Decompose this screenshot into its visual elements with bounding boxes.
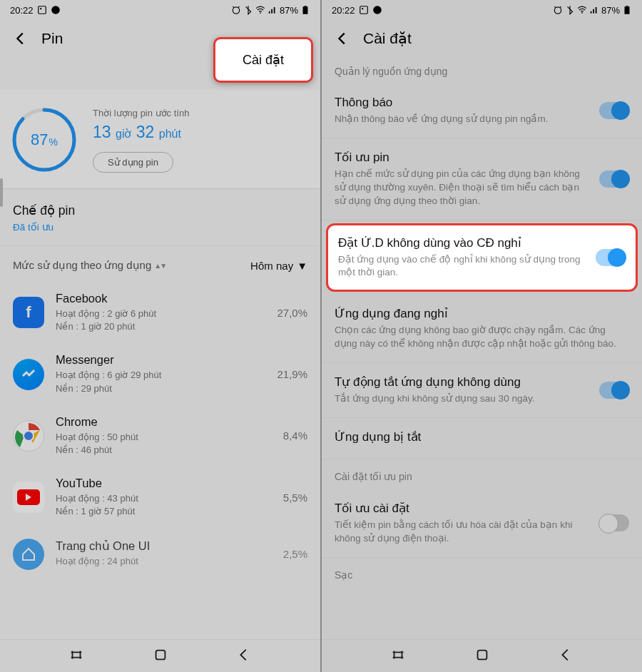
messenger-icon	[13, 359, 44, 390]
battery-icon	[300, 5, 310, 15]
setting-title: Đặt Ứ.D không dùng vào CĐ nghỉ	[338, 235, 586, 250]
app-active-time: Hoạt động : 24 phút	[56, 555, 272, 568]
toggle-optimize-settings[interactable]	[599, 514, 629, 531]
gallery-icon	[37, 5, 47, 15]
app-row-youtube[interactable]: YouTube Hoạt động : 43 phút Nền : 1 giờ …	[0, 467, 320, 528]
svg-point-16	[554, 7, 561, 14]
status-battery-pct: 87%	[601, 5, 620, 16]
nav-back[interactable]	[236, 647, 252, 666]
svg-point-14	[362, 8, 363, 9]
settings-popup[interactable]: Cài đặt	[213, 37, 313, 83]
sort-arrows-icon: ▲▼	[154, 262, 165, 270]
setting-title: Tự động tắt ứng dụng không dùng	[335, 375, 589, 390]
app-name: Chrome	[56, 415, 272, 429]
setting-desc: Tắt ứng dụng khi không sử dụng sau 30 ng…	[335, 392, 589, 406]
app-bg-time: Nền : 1 giờ 57 phút	[56, 505, 272, 518]
setting-disabled-apps[interactable]: Ứng dụng bị tắt	[322, 418, 642, 459]
setting-desc: Đặt ứng dụng vào chế độ nghỉ khi không s…	[338, 253, 586, 280]
setting-desc: Chọn các ứng dụng không bao giờ được chạ…	[335, 324, 629, 351]
svg-rect-20	[477, 650, 486, 659]
setting-optimize-battery[interactable]: Tối ưu pin Hạn chế mức sử dụng pin của c…	[322, 138, 642, 220]
youtube-icon	[13, 482, 44, 513]
svg-point-4	[260, 12, 261, 14]
spotify-icon	[51, 5, 61, 15]
battery-pct-value: 87	[31, 131, 48, 149]
svg-rect-13	[360, 6, 367, 14]
app-row-chrome[interactable]: Chrome Hoạt động : 50 phút Nền : 46 phút…	[0, 405, 320, 467]
app-usage-list: f Facebook Hoạt động : 2 giờ 6 phút Nền …	[0, 282, 320, 639]
nav-bar	[322, 639, 642, 672]
battery-summary: 87% Thời lượng pin ước tính 13 giờ 32 ph…	[0, 90, 320, 189]
toggle-auto-disable[interactable]	[599, 382, 629, 399]
battery-usage-button[interactable]: Sử dụng pin	[93, 152, 173, 173]
back-button[interactable]	[335, 31, 350, 46]
setting-title: Tối ưu cài đặt	[335, 501, 589, 516]
usage-label: Mức sử dụng theo ứng dụng	[13, 259, 151, 272]
setting-title: Tối ưu pin	[335, 150, 589, 165]
app-active-time: Hoạt động : 2 giờ 6 phút	[56, 307, 265, 320]
page-title: Pin	[41, 30, 63, 47]
chevron-down-icon: ▼	[297, 260, 307, 272]
nav-back[interactable]	[558, 647, 574, 666]
svg-point-2	[51, 6, 60, 14]
toggle-optimize[interactable]	[599, 170, 629, 188]
app-active-time: Hoạt động : 43 phút	[56, 492, 272, 505]
battery-mode-row[interactable]: Chế độ pin Đã tối ưu	[0, 189, 320, 246]
period-label: Hôm nay	[250, 260, 293, 272]
section-header-3: Sạc	[322, 558, 642, 582]
svg-point-1	[40, 8, 41, 9]
toggle-sleep-apps[interactable]	[596, 249, 626, 266]
app-row-oneui[interactable]: Trang chủ One UI Hoạt động : 24 phút 2,5…	[0, 529, 320, 580]
header: Cài đặt	[322, 20, 642, 54]
battery-ring: 87%	[10, 106, 78, 174]
back-button[interactable]	[13, 31, 29, 46]
svg-point-17	[581, 12, 583, 14]
app-name: Trang chủ One UI	[56, 539, 272, 553]
settings-popup-label: Cài đặt	[213, 37, 313, 83]
status-battery-pct: 87%	[280, 5, 298, 16]
app-bg-time: Nền : 46 phút	[56, 444, 272, 457]
scroll-handle[interactable]	[0, 178, 3, 207]
bluetooth-icon	[243, 5, 253, 15]
app-row-messenger[interactable]: Messenger Hoạt động : 6 giờ 29 phút Nền …	[0, 343, 320, 404]
wifi-icon	[577, 5, 587, 15]
status-time: 20:22	[10, 5, 34, 16]
setting-desc: Nhận thông báo về ứng dụng sử dụng pin n…	[335, 113, 589, 126]
app-name: YouTube	[56, 477, 272, 490]
setting-title: Thông báo	[335, 96, 589, 110]
est-time: 13 giờ 32 phút	[93, 123, 310, 142]
phone-right-settings: 20:22 87% Cài đặt Quản lý nguồn ứng dụng…	[322, 0, 642, 672]
svg-rect-18	[625, 6, 630, 14]
setting-title: Ứng dụng bị tắt	[335, 429, 629, 444]
svg-rect-12	[156, 650, 165, 659]
setting-optimize-settings[interactable]: Tối ưu cài đặt Tiết kiệm pin bằng cách t…	[322, 489, 642, 558]
setting-desc: Tiết kiệm pin bằng cách tối ưu hóa cài đ…	[335, 519, 589, 546]
setting-notifications[interactable]: Thông báo Nhận thông báo về ứng dụng sử …	[322, 84, 642, 138]
setting-title: Ứng dụng đang nghỉ	[335, 306, 629, 321]
svg-point-3	[233, 7, 239, 14]
setting-auto-disable-apps[interactable]: Tự động tắt ứng dụng không dùng Tắt ứng …	[322, 363, 642, 418]
svg-point-15	[373, 6, 382, 14]
phone-left-battery: 20:22 87% Pin Cài đặt 87%	[0, 0, 320, 672]
app-name: Messenger	[56, 353, 265, 367]
period-selector[interactable]: Hôm nay ▼	[250, 260, 307, 272]
bluetooth-icon	[565, 5, 575, 15]
spotify-icon	[372, 5, 382, 15]
nav-home[interactable]	[474, 647, 490, 666]
toggle-notifications[interactable]	[599, 102, 629, 119]
setting-sleep-unused-apps[interactable]: Đặt Ứ.D không dùng vào CĐ nghỉ Đặt ứng d…	[326, 223, 638, 292]
wifi-icon	[255, 5, 265, 15]
nav-recents[interactable]	[68, 647, 84, 666]
usage-sort[interactable]: Mức sử dụng theo ứng dụng ▲▼	[13, 259, 165, 272]
setting-sleeping-apps[interactable]: Ứng dụng đang nghỉ Chọn các ứng dụng khô…	[322, 295, 642, 363]
svg-point-11	[24, 431, 34, 441]
app-bg-time: Nền : 1 giờ 20 phút	[56, 320, 265, 333]
facebook-icon: f	[13, 297, 44, 328]
svg-rect-6	[304, 6, 307, 6]
nav-recents[interactable]	[390, 647, 406, 666]
status-bar: 20:22 87%	[322, 0, 642, 20]
app-row-facebook[interactable]: f Facebook Hoạt động : 2 giờ 6 phút Nền …	[0, 282, 320, 343]
battery-icon	[622, 5, 632, 15]
nav-home[interactable]	[153, 647, 168, 666]
svg-rect-0	[38, 6, 46, 14]
